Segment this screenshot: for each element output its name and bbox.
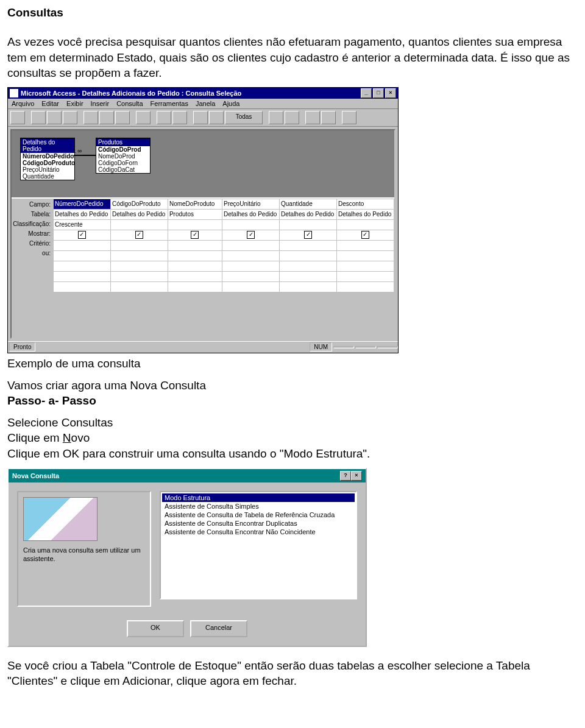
- tool-querytype-icon[interactable]: [157, 111, 171, 124]
- tool-help-icon[interactable]: [342, 111, 356, 124]
- field[interactable]: NomeDoProd: [96, 153, 150, 160]
- menu-editar[interactable]: Editar: [41, 100, 59, 107]
- cell-check[interactable]: ✓: [110, 230, 168, 240]
- field[interactable]: PreçoUnitário: [21, 166, 74, 173]
- cell-check[interactable]: ✓: [280, 230, 337, 240]
- dialog-help-button[interactable]: ?: [340, 471, 351, 481]
- field[interactable]: NúmeroDoPedido: [21, 153, 74, 160]
- row-label-criterio: Critério:: [12, 239, 53, 249]
- cell[interactable]: Produtos: [168, 209, 222, 219]
- status-text: Pronto: [9, 342, 35, 352]
- tool-save-icon[interactable]: [31, 111, 46, 124]
- cell[interactable]: [336, 219, 394, 230]
- field[interactable]: CódigoDoForn: [96, 160, 150, 166]
- menu-ferramentas[interactable]: Ferramentas: [151, 100, 188, 107]
- field[interactable]: Quantidade: [21, 173, 74, 180]
- menu-janela[interactable]: Janela: [196, 100, 215, 107]
- dialog-listbox[interactable]: Modo Estrutura Assistente de Consulta Si…: [160, 491, 357, 599]
- list-option-duplicatas[interactable]: Assistente de Consulta Encontrar Duplica…: [162, 519, 355, 528]
- qbe-grid: Campo: Tabela: Classificação: Mostrar: C…: [12, 199, 394, 308]
- step-b: Clique em Novo: [7, 430, 578, 446]
- window-title: Microsoft Access - Detalhes Adicionais d…: [21, 90, 241, 97]
- field[interactable]: CódigoDaCat: [96, 166, 150, 173]
- tool-showtable-icon[interactable]: [193, 111, 208, 124]
- cell-check[interactable]: ✓: [222, 230, 280, 240]
- cell[interactable]: Detalhes do Pedido: [54, 209, 111, 219]
- cancelar-button[interactable]: Cancelar: [190, 620, 247, 637]
- list-option-modo-estrutura[interactable]: Modo Estrutura: [162, 493, 355, 502]
- tool-newobj-icon[interactable]: [321, 111, 336, 124]
- cell[interactable]: Detalhes do Pedido: [336, 209, 394, 219]
- minimize-button[interactable]: _: [361, 88, 372, 98]
- maximize-button[interactable]: □: [373, 88, 384, 98]
- row-label-ou: ou:: [12, 249, 53, 258]
- dialog-title-text: Nova Consulta: [12, 472, 59, 479]
- cell[interactable]: [280, 219, 337, 230]
- table-detalhes[interactable]: Detalhes do Pedido NúmeroDoPedido Código…: [20, 138, 75, 180]
- menu-arquivo[interactable]: Arquivo: [12, 100, 34, 107]
- cell-check[interactable]: ✓: [168, 230, 222, 240]
- menubar: Arquivo Editar Exibir Inserir Consulta F…: [8, 99, 398, 109]
- dialog-close-button[interactable]: ×: [351, 471, 362, 481]
- cell[interactable]: NúmeroDoPedido: [54, 199, 111, 209]
- status-num: NUM: [310, 342, 332, 352]
- grid-row-labels: Campo: Tabela: Classificação: Mostrar: C…: [12, 199, 53, 258]
- cell[interactable]: PreçoUnitário: [222, 199, 280, 209]
- close-button[interactable]: ×: [385, 88, 396, 98]
- list-option-cruzada[interactable]: Assistente de Consulta de Tabela de Refe…: [162, 511, 355, 519]
- cell[interactable]: [222, 219, 280, 230]
- grid-table[interactable]: NúmeroDoPedido CódigoDoProduto NomeDoPro…: [53, 199, 394, 292]
- field[interactable]: CódigoDoProduto: [21, 160, 74, 166]
- tool-view-icon[interactable]: [10, 111, 25, 124]
- nova-consulta-dialog: Nova Consulta ? × Cria uma nova consulta…: [7, 468, 367, 647]
- list-option-simples[interactable]: Assistente de Consulta Simples: [162, 502, 355, 511]
- row-label-campo: Campo:: [12, 200, 53, 210]
- tool-build-icon[interactable]: [285, 111, 299, 124]
- table-produtos[interactable]: Produtos CódigoDoProd NomeDoProd CódigoD…: [96, 138, 151, 174]
- dialog-preview-pane: Cria uma nova consulta sem utilizar um a…: [17, 491, 151, 607]
- ok-button[interactable]: OK: [127, 620, 184, 637]
- menu-ajuda[interactable]: Ajuda: [222, 100, 239, 107]
- tool-dbwindow-icon[interactable]: [305, 111, 320, 124]
- tool-copy-icon[interactable]: [99, 111, 114, 124]
- tool-undo-icon[interactable]: [136, 111, 151, 124]
- step-intro: Vamos criar agora uma Nova Consulta: [7, 378, 578, 394]
- passo-a-passo-label: Passo- a- Passo: [7, 393, 578, 409]
- app-icon: [10, 89, 18, 97]
- row-label-class: Classificação:: [12, 219, 53, 229]
- dialog-description: Cria uma nova consulta sem utilizar um a…: [23, 546, 145, 564]
- menu-inserir[interactable]: Inserir: [91, 100, 110, 107]
- cell[interactable]: [168, 219, 222, 230]
- cell[interactable]: Detalhes do Pedido: [222, 209, 280, 219]
- tool-print-icon[interactable]: [47, 111, 62, 124]
- menu-exibir[interactable]: Exibir: [66, 100, 83, 107]
- tool-totals-icon[interactable]: [209, 111, 224, 124]
- table-produtos-title: Produtos: [96, 138, 150, 146]
- list-option-nao-coincidente[interactable]: Assistente de Consulta Encontrar Não Coi…: [162, 528, 355, 536]
- table-pane: Detalhes do Pedido NúmeroDoPedido Código…: [12, 130, 394, 199]
- tool-run-icon[interactable]: [172, 111, 187, 124]
- tool-cut-icon[interactable]: [83, 111, 98, 124]
- tool-properties-icon[interactable]: [269, 111, 283, 124]
- menu-consulta[interactable]: Consulta: [116, 100, 143, 107]
- cell[interactable]: Crescente: [54, 219, 111, 230]
- field[interactable]: CódigoDoProd: [96, 146, 150, 153]
- cell[interactable]: Detalhes do Pedido: [110, 209, 168, 219]
- cell[interactable]: Quantidade: [280, 199, 337, 209]
- row-label-mostrar: Mostrar:: [12, 229, 53, 239]
- cell[interactable]: Desconto: [336, 199, 394, 209]
- access-window: Microsoft Access - Detalhes Adicionais d…: [7, 87, 399, 353]
- row-label-tabela: Tabela:: [12, 210, 53, 219]
- cell[interactable]: Detalhes do Pedido: [280, 209, 337, 219]
- table-detalhes-title: Detalhes do Pedido: [21, 138, 74, 153]
- tool-return-combo[interactable]: Todas: [225, 111, 263, 124]
- cell-check[interactable]: ✓: [336, 230, 394, 240]
- row-mostrar: ✓ ✓ ✓ ✓ ✓ ✓: [54, 230, 394, 240]
- tool-paste-icon[interactable]: [115, 111, 130, 124]
- tool-preview-icon[interactable]: [63, 111, 77, 124]
- cell[interactable]: NomeDoProduto: [168, 199, 222, 209]
- cell[interactable]: CódigoDoProduto: [110, 199, 168, 209]
- cell[interactable]: [110, 219, 168, 230]
- cell-check[interactable]: ✓: [54, 230, 111, 240]
- toolbar: Todas: [8, 109, 398, 127]
